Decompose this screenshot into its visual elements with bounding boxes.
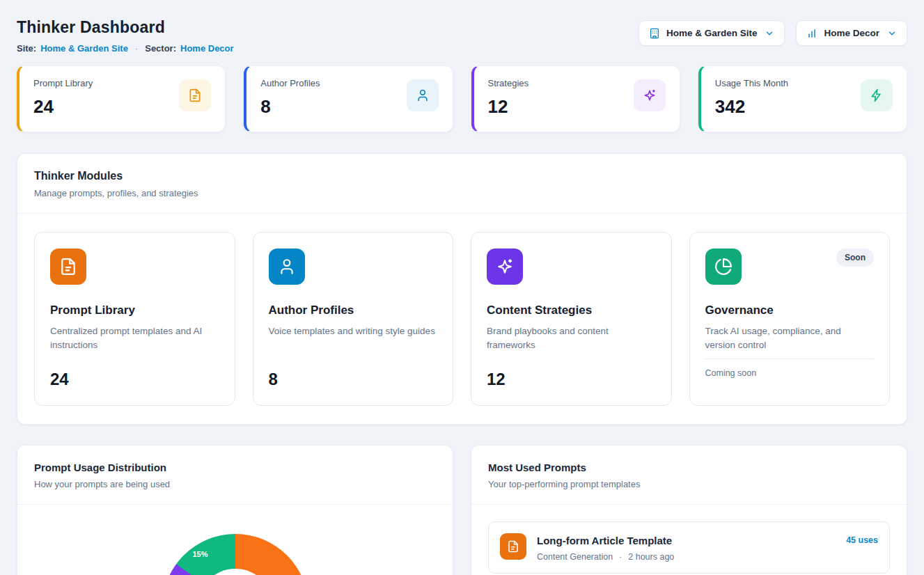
module-title: Author Profiles: [269, 304, 438, 317]
stat-label: Strategies: [488, 78, 529, 88]
site-dropdown-label: Home & Garden Site: [666, 28, 758, 38]
module-description: Brand playbooks and content frameworks: [487, 324, 656, 353]
donut-segment-label: 15%: [193, 550, 208, 558]
prompt-uses-badge: 45 uses: [846, 535, 878, 545]
soon-badge: Soon: [836, 249, 874, 267]
header-controls: Home & Garden Site Home Decor: [639, 20, 907, 46]
modules-panel-header: Thinker Modules Manage prompts, profiles…: [17, 154, 907, 214]
stat-value: 24: [33, 96, 93, 118]
bolt-icon: [861, 79, 893, 111]
most-used-prompts-card: Most Used Prompts Your top-performing pr…: [471, 445, 907, 575]
chart-area: 15%: [17, 534, 453, 575]
page-title: Thinker Dashboard: [17, 18, 234, 37]
sector-dropdown-label: Home Decor: [824, 28, 879, 38]
stat-card-strategies: Strategies 12: [471, 65, 680, 132]
modules-panel-title: Thinker Modules: [34, 170, 890, 182]
stat-value: 342: [715, 96, 788, 118]
prompt-time: 2 hours ago: [628, 552, 674, 562]
module-description: Track AI usage, compliance, and version …: [705, 324, 875, 353]
page-header: Thinker Dashboard Site: Home & Garden Si…: [17, 14, 907, 54]
prompts-card-title: Most Used Prompts: [488, 462, 890, 473]
modules-grid: Prompt Library Centralized prompt templa…: [17, 214, 907, 424]
usage-distribution-card: Prompt Usage Distribution How your promp…: [17, 445, 453, 575]
separator-dot: ·: [619, 552, 622, 562]
donut-chart: 15%: [162, 534, 308, 575]
bottom-row: Prompt Usage Distribution How your promp…: [17, 445, 907, 575]
stat-label: Prompt Library: [33, 78, 93, 88]
sparkles-icon: [634, 79, 666, 111]
sparkles-icon: [487, 249, 523, 285]
module-description: Voice templates and writing style guides: [269, 324, 438, 338]
module-card-author-profiles[interactable]: Author Profiles Voice templates and writ…: [253, 232, 454, 406]
site-label: Site:: [17, 43, 36, 54]
building-icon: [649, 28, 660, 39]
modules-panel-subtitle: Manage prompts, profiles, and strategies: [34, 188, 890, 198]
module-count: 24: [50, 359, 219, 389]
module-title: Content Strategies: [487, 304, 656, 317]
chevron-down-icon: [765, 29, 774, 38]
module-description: Centralized prompt templates and AI inst…: [50, 324, 219, 353]
user-icon: [269, 249, 305, 285]
module-title: Governance: [705, 304, 875, 317]
sector-label: Sector:: [145, 43, 176, 54]
stats-row: Prompt Library 24 Author Profiles 8 Stra…: [17, 65, 907, 132]
module-card-content-strategies[interactable]: Content Strategies Brand playbooks and c…: [471, 232, 672, 406]
prompt-list: Long-form Article Template Content Gener…: [471, 505, 907, 575]
document-icon: [50, 249, 86, 285]
pie-chart-icon: [705, 249, 742, 285]
module-count: 12: [487, 359, 656, 389]
prompt-title: Long-form Article Template: [537, 535, 836, 546]
module-title: Prompt Library: [50, 304, 219, 317]
prompts-card-subtitle: Your top-performing prompt templates: [488, 479, 890, 489]
stat-value: 12: [488, 96, 529, 118]
header-left: Thinker Dashboard Site: Home & Garden Si…: [17, 14, 234, 54]
coming-soon-text: Coming soon: [705, 359, 875, 378]
stat-card-usage: Usage This Month 342: [698, 65, 907, 132]
usage-card-subtitle: How your prompts are being used: [34, 479, 436, 489]
chevron-down-icon: [887, 29, 897, 38]
separator-dot: ·: [135, 43, 138, 54]
site-dropdown[interactable]: Home & Garden Site: [639, 20, 785, 46]
sector-dropdown[interactable]: Home Decor: [796, 20, 907, 46]
modules-panel: Thinker Modules Manage prompts, profiles…: [17, 153, 907, 425]
module-card-governance[interactable]: Soon Governance Track AI usage, complian…: [689, 232, 891, 406]
document-icon: [500, 533, 526, 560]
usage-card-title: Prompt Usage Distribution: [34, 462, 436, 473]
module-card-prompt-library[interactable]: Prompt Library Centralized prompt templa…: [34, 232, 235, 406]
stat-value: 8: [260, 96, 320, 118]
prompt-category: Content Generation: [537, 552, 613, 562]
breadcrumb: Site: Home & Garden Site · Sector: Home …: [17, 43, 234, 54]
prompt-list-item[interactable]: Long-form Article Template Content Gener…: [488, 521, 890, 574]
module-count: 8: [269, 359, 438, 389]
stat-card-author-profiles: Author Profiles 8: [244, 65, 453, 132]
stat-card-prompt-library: Prompt Library 24: [17, 65, 226, 132]
dashboard-page: Thinker Dashboard Site: Home & Garden Si…: [0, 0, 924, 575]
site-link[interactable]: Home & Garden Site: [40, 43, 128, 54]
stat-label: Usage This Month: [715, 78, 788, 88]
sector-link[interactable]: Home Decor: [180, 43, 234, 54]
bar-chart-icon: [806, 28, 817, 39]
stat-label: Author Profiles: [260, 78, 320, 88]
user-icon: [407, 79, 439, 111]
document-icon: [179, 79, 211, 111]
